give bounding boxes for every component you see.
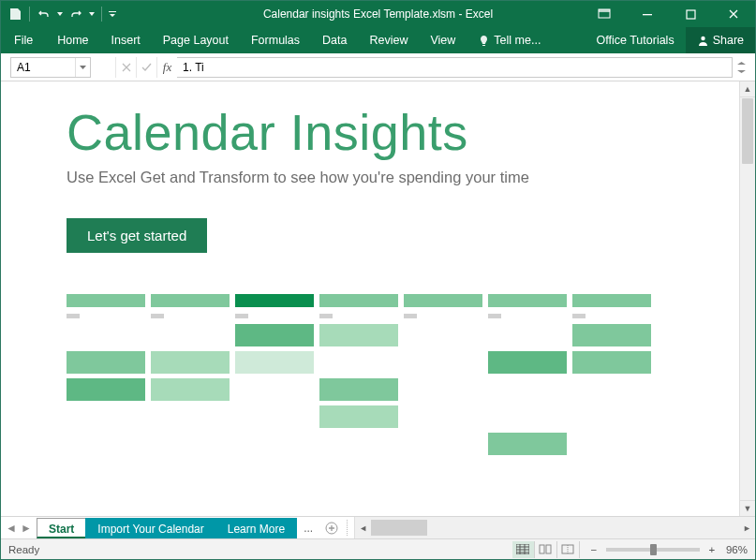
formula-bar: fx (1, 53, 755, 81)
ribbon-display-options-icon[interactable] (583, 1, 626, 27)
status-ready: Ready (8, 544, 39, 555)
sheet-tab-overflow[interactable]: ... (296, 517, 320, 538)
sheet-tab-strip: ◄ ► Start Import Your Calendar Learn Mor… (1, 516, 755, 538)
scroll-left-icon[interactable]: ◄ (355, 517, 371, 538)
page-layout-view-icon[interactable] (535, 541, 557, 558)
zoom-track[interactable] (606, 548, 700, 552)
tab-nav-next-icon[interactable]: ► (22, 522, 31, 535)
office-tutorials-link[interactable]: Office Tutorials (586, 27, 686, 53)
svg-rect-2 (643, 14, 652, 15)
zoom-level[interactable]: 96% (726, 544, 748, 555)
tab-formulas[interactable]: Formulas (240, 27, 311, 53)
tab-insert[interactable]: Insert (100, 27, 152, 53)
tell-me-label: Tell me... (494, 34, 541, 47)
svg-rect-7 (540, 545, 544, 553)
sheet-tabs: Start Import Your Calendar Learn More (37, 517, 296, 538)
quick-access-toolbar (1, 6, 117, 22)
expand-formula-bar-icon[interactable] (733, 62, 749, 73)
view-buttons (512, 541, 580, 558)
qat-customize-icon[interactable] (108, 6, 117, 22)
share-label: Share (713, 34, 744, 47)
svg-rect-1 (599, 9, 610, 12)
name-box-dropdown-icon[interactable] (75, 58, 90, 77)
normal-view-icon[interactable] (512, 541, 535, 558)
tab-home[interactable]: Home (46, 27, 99, 53)
page-title: Calendar Insights (67, 106, 696, 159)
sheet-tab-learn-more[interactable]: Learn More (215, 518, 297, 538)
maximize-button[interactable] (669, 1, 712, 27)
insert-function-icon[interactable]: fx (156, 57, 177, 78)
hscroll-track[interactable] (371, 517, 739, 538)
scroll-down-icon[interactable]: ▼ (740, 500, 755, 516)
status-bar: Ready − + 96% (1, 538, 755, 559)
window-buttons (583, 1, 755, 27)
undo-dropdown-icon[interactable] (56, 6, 64, 22)
tab-page-layout[interactable]: Page Layout (152, 27, 240, 53)
formula-input[interactable] (177, 57, 733, 78)
vscroll-thumb[interactable] (742, 98, 753, 164)
zoom-in-icon[interactable]: + (705, 544, 719, 555)
zoom-slider[interactable]: − + (587, 544, 719, 555)
scroll-up-icon[interactable]: ▲ (740, 81, 755, 97)
new-sheet-button[interactable] (320, 517, 343, 538)
sheet-tab-import[interactable]: Import Your Calendar (85, 518, 215, 538)
tab-file[interactable]: File (1, 27, 46, 53)
zoom-thumb[interactable] (650, 544, 657, 555)
horizontal-scrollbar[interactable]: ◄ ► (354, 517, 755, 538)
worksheet-canvas[interactable]: Calendar Insights Use Excel Get and Tran… (1, 81, 739, 516)
titlebar: Calendar insights Excel Template.xlsm - … (1, 1, 755, 27)
minimize-button[interactable] (626, 1, 669, 27)
tab-data[interactable]: Data (311, 27, 358, 53)
enter-icon[interactable] (136, 57, 156, 78)
svg-rect-3 (687, 10, 695, 19)
calendar-graphic (67, 294, 696, 455)
redo-dropdown-icon[interactable] (88, 6, 96, 22)
svg-rect-8 (546, 545, 551, 553)
vertical-scrollbar[interactable]: ▲ ▼ (739, 81, 755, 516)
close-button[interactable] (712, 1, 755, 27)
zoom-out-icon[interactable]: − (587, 544, 600, 555)
share-button[interactable]: Share (686, 27, 755, 53)
worksheet-area: Calendar Insights Use Excel Get and Tran… (1, 81, 755, 516)
page-subtitle: Use Excel Get and Transform to see how y… (67, 169, 696, 186)
undo-icon[interactable] (36, 6, 52, 22)
sheet-tab-nav: ◄ ► (1, 517, 37, 538)
page-break-view-icon[interactable] (557, 541, 580, 558)
lets-get-started-button[interactable]: Let's get started (67, 218, 207, 253)
cancel-icon[interactable] (115, 57, 136, 78)
save-icon[interactable] (7, 6, 23, 22)
name-box-wrapper (10, 57, 91, 78)
tab-view[interactable]: View (419, 27, 467, 53)
name-box[interactable] (11, 58, 75, 77)
scroll-right-icon[interactable]: ► (739, 517, 755, 538)
hscroll-thumb[interactable] (371, 520, 427, 536)
sheet-tab-start[interactable]: Start (37, 518, 86, 538)
tell-me[interactable]: Tell me... (467, 27, 552, 53)
tab-review[interactable]: Review (358, 27, 419, 53)
excel-window: Calendar insights Excel Template.xlsm - … (0, 0, 756, 560)
tab-nav-prev-icon[interactable]: ◄ (7, 522, 16, 535)
redo-icon[interactable] (67, 6, 84, 22)
ribbon-tabs: File Home Insert Page Layout Formulas Da… (1, 27, 755, 53)
svg-point-4 (701, 36, 704, 39)
